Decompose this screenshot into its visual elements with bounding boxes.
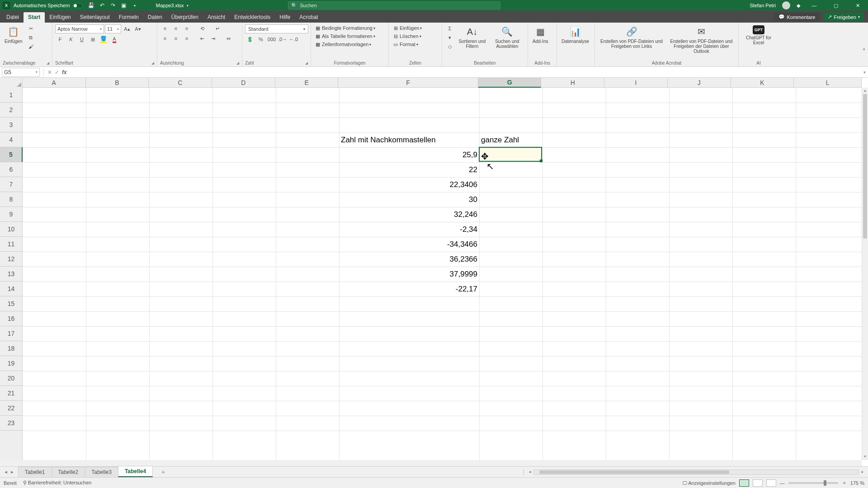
column-header-H[interactable]: H [541, 78, 604, 87]
row-header-6[interactable]: 6 [0, 162, 22, 177]
column-header-B[interactable]: B [86, 78, 149, 87]
cell-F4[interactable]: Zahl mit Nachkommastellen [339, 132, 479, 147]
italic-button[interactable]: K [66, 35, 76, 43]
increase-font-button[interactable]: A▴ [122, 25, 132, 33]
currency-button[interactable]: 💲 [245, 35, 255, 43]
bold-button[interactable]: F [55, 35, 65, 43]
decrease-decimal-button[interactable]: ←.0 [288, 35, 298, 43]
name-box[interactable]: G5 ▾ [2, 68, 40, 77]
cell-F9[interactable]: 32,246 [339, 207, 479, 222]
find-select-button[interactable]: 🔍 Suchen und Auswählen [490, 24, 525, 50]
ribbon-tab-datei[interactable]: Datei [2, 12, 24, 23]
search-input[interactable] [300, 3, 497, 8]
row-header-10[interactable]: 10 [0, 222, 22, 237]
row-header-5[interactable]: 5 [0, 147, 23, 162]
ribbon-tab-hilfe[interactable]: Hilfe [275, 12, 295, 23]
column-header-I[interactable]: I [604, 78, 668, 87]
insert-cells-button[interactable]: ⊞Einfügen▾ [392, 24, 423, 32]
row-header-18[interactable]: 18 [0, 341, 22, 356]
ribbon-tab-ansicht[interactable]: Ansicht [203, 12, 230, 23]
row-header-2[interactable]: 2 [0, 103, 22, 117]
sort-filter-button[interactable]: A↓ Sortieren und Filtern [457, 24, 488, 50]
align-bottom-button[interactable]: ≡ [182, 24, 192, 33]
number-format-combo[interactable]: Standard ▾ [245, 24, 308, 33]
addins-button[interactable]: ▦ Add-Ins [531, 24, 550, 45]
redo-icon[interactable]: ↷ [110, 2, 116, 9]
row-header-3[interactable]: 3 [0, 117, 22, 132]
format-painter-button[interactable]: 🖌 [26, 42, 36, 51]
align-center-button[interactable]: ≡ [171, 34, 181, 42]
row-header-17[interactable]: 17 [0, 326, 22, 341]
close-button[interactable]: ✕ [850, 0, 865, 11]
wrap-text-button[interactable]: ↵ [212, 24, 222, 33]
align-top-button[interactable]: ≡ [160, 24, 170, 33]
user-name[interactable]: Stefan Petri [750, 3, 776, 8]
cell-F7[interactable]: 22,3406 [339, 177, 479, 192]
accessibility-status[interactable]: ⚲ Barrierefreiheit: Untersuchen [23, 480, 92, 486]
maximize-button[interactable]: ▢ [828, 0, 844, 11]
save-icon[interactable]: 💾 [88, 2, 94, 9]
row-header-1[interactable]: 1 [0, 88, 22, 103]
conditional-formatting-button[interactable]: ▦Bedingte Formatierung▾ [314, 24, 376, 32]
row-header-4[interactable]: 4 [0, 132, 22, 147]
sheet-divider-icon[interactable]: ⋮ [521, 469, 526, 475]
comments-button[interactable]: 💬 Kommentare [774, 13, 820, 21]
scrollbar-thumb[interactable] [863, 94, 867, 239]
ribbon-tab-formeln[interactable]: Formeln [114, 12, 143, 23]
cell-F11[interactable]: -34,3466 [339, 237, 479, 252]
normal-view-button[interactable] [739, 479, 749, 487]
cell-F12[interactable]: 36,2366 [339, 252, 479, 267]
accept-formula-icon[interactable]: ✓ [55, 69, 59, 75]
orientation-button[interactable]: ⟲ [197, 24, 207, 33]
increase-indent-button[interactable]: ⇥ [208, 34, 218, 42]
ribbon-tab-start[interactable]: Start [24, 12, 45, 23]
column-header-D[interactable]: D [212, 78, 275, 87]
sheet-tab-tabelle4[interactable]: Tabelle4 [118, 466, 153, 477]
column-header-J[interactable]: J [668, 78, 731, 87]
cell-styles-button[interactable]: ▦Zellenformatvorlagen▾ [314, 41, 376, 48]
collapse-ribbon-button[interactable]: ▾ [863, 47, 865, 52]
page-layout-view-button[interactable] [753, 479, 763, 487]
align-left-button[interactable]: ≡ [160, 34, 170, 42]
ribbon-tab-einfügen[interactable]: Einfügen [45, 12, 75, 23]
column-header-F[interactable]: F [338, 78, 478, 87]
filename-area[interactable]: Mappe3.xlsx ▾ [156, 3, 189, 8]
cell-F13[interactable]: 37,9999 [339, 267, 479, 282]
merge-button[interactable]: ⇔ [223, 34, 233, 42]
cell-F6[interactable]: 22 [339, 162, 479, 177]
dialog-launcher-icon[interactable]: ◢ [236, 61, 239, 65]
autosum-button[interactable]: Σ [445, 24, 455, 33]
cell-F8[interactable]: 30 [339, 192, 479, 207]
ribbon-tab-überprüfen[interactable]: Überprüfen [167, 12, 203, 23]
copy-button[interactable]: ⧉ [26, 33, 36, 42]
horizontal-scrollbar[interactable]: ⋮ ◄ ► [169, 469, 868, 475]
row-header-9[interactable]: 9 [0, 207, 22, 222]
row-header-22[interactable]: 22 [0, 401, 22, 416]
ribbon-tab-entwicklertools[interactable]: Entwicklertools [230, 12, 275, 23]
row-header-8[interactable]: 8 [0, 192, 22, 207]
row-header-13[interactable]: 13 [0, 267, 22, 282]
ribbon-tab-seitenlayout[interactable]: Seitenlayout [75, 12, 114, 23]
worksheet-grid[interactable]: ABCDEFGHIJKL 123456789101112131415161718… [0, 78, 868, 466]
font-name-combo[interactable]: Aptos Narrow▾ [55, 24, 104, 33]
cancel-formula-icon[interactable]: ✕ [47, 69, 52, 75]
new-sheet-button[interactable]: ＋ [158, 468, 169, 476]
row-header-21[interactable]: 21 [0, 386, 22, 401]
sheet-tab-tabelle2[interactable]: Tabelle2 [52, 467, 85, 477]
select-all-button[interactable] [0, 78, 23, 88]
zoom-in-button[interactable]: ＋ [842, 479, 847, 486]
zoom-out-button[interactable]: — [780, 480, 785, 486]
zoom-slider[interactable] [788, 482, 838, 484]
column-header-K[interactable]: K [731, 78, 794, 87]
column-header-L[interactable]: L [794, 78, 862, 87]
column-header-C[interactable]: C [149, 78, 212, 87]
row-header-15[interactable]: 15 [0, 296, 22, 311]
row-header-20[interactable]: 20 [0, 371, 22, 386]
sheet-nav-next-icon[interactable]: ► [10, 469, 14, 474]
sheet-tab-tabelle1[interactable]: Tabelle1 [18, 467, 52, 477]
row-header-23[interactable]: 23 [0, 416, 22, 431]
row-header-7[interactable]: 7 [0, 177, 22, 192]
sheet-nav-prev-icon[interactable]: ◄ [4, 469, 8, 474]
camera-icon[interactable]: ▣ [121, 2, 127, 9]
row-header-14[interactable]: 14 [0, 282, 22, 296]
